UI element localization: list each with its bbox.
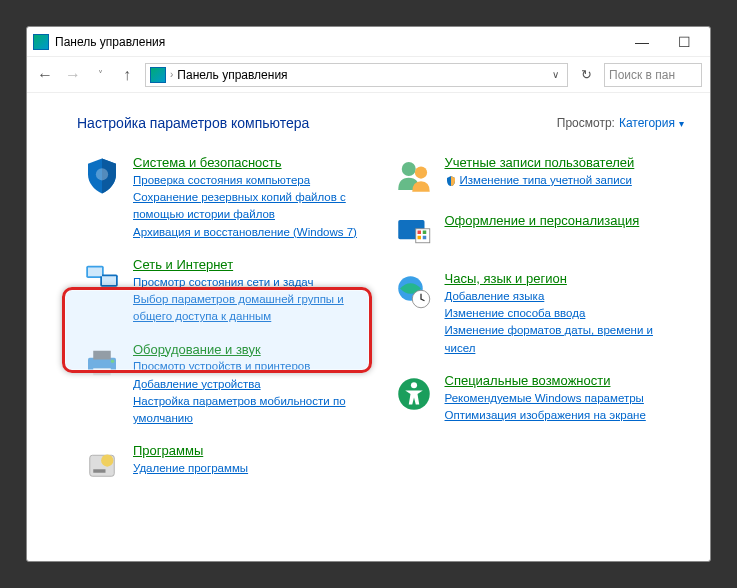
svg-rect-3 — [88, 267, 102, 276]
svg-point-10 — [101, 455, 113, 467]
category-programs: Программы Удаление программы — [77, 437, 373, 495]
category-title[interactable]: Система и безопасность — [133, 155, 282, 170]
category-link[interactable]: Проверка состояния компьютера — [133, 172, 369, 189]
address-dropdown[interactable]: ∨ — [548, 69, 563, 80]
svg-rect-11 — [93, 470, 105, 474]
category-title[interactable]: Программы — [133, 443, 203, 458]
address-text: Панель управления — [177, 68, 544, 82]
titlebar: Панель управления — ☐ — [27, 27, 710, 57]
category-title[interactable]: Оформление и персонализация — [445, 213, 640, 228]
category-link[interactable]: Просмотр устройств и принтеров — [133, 358, 369, 375]
svg-point-8 — [111, 359, 115, 363]
appearance-icon — [393, 213, 435, 255]
category-title[interactable]: Учетные записи пользователей — [445, 155, 635, 170]
category-link[interactable]: Изменение форматов даты, времени и чисел — [445, 322, 681, 357]
content-area: Настройка параметров компьютера Просмотр… — [27, 93, 710, 505]
category-title[interactable]: Часы, язык и регион — [445, 271, 567, 286]
right-column: Учетные записи пользователей Изменение т… — [389, 149, 685, 495]
svg-rect-4 — [102, 276, 116, 285]
view-by-label: Просмотр: — [557, 116, 615, 130]
uac-shield-icon — [445, 175, 457, 187]
category-link[interactable]: Архивация и восстановление (Windows 7) — [133, 224, 369, 241]
view-by-value[interactable]: Категория — [619, 116, 675, 130]
category-title[interactable]: Оборудование и звук — [133, 342, 261, 357]
address-bar[interactable]: › Панель управления ∨ — [145, 63, 568, 87]
category-system-security: Система и безопасность Проверка состояни… — [77, 149, 373, 251]
svg-rect-19 — [422, 236, 426, 240]
svg-rect-6 — [93, 350, 111, 359]
up-button[interactable]: ↑ — [117, 65, 137, 85]
category-user-accounts: Учетные записи пользователей Изменение т… — [389, 149, 685, 207]
control-panel-icon — [33, 34, 49, 50]
category-link[interactable]: Оптимизация изображения на экране — [445, 407, 681, 424]
svg-point-13 — [414, 166, 426, 178]
window-controls: — ☐ — [622, 28, 704, 56]
category-network-internet: Сеть и Интернет Просмотр состояния сети … — [77, 251, 373, 336]
shield-icon — [81, 155, 123, 197]
category-link[interactable]: Сохранение резервных копий файлов с помо… — [133, 189, 369, 224]
svg-point-0 — [96, 168, 108, 180]
page-title: Настройка параметров компьютера — [77, 115, 557, 131]
minimize-button[interactable]: — — [622, 28, 662, 56]
search-placeholder: Поиск в пан — [609, 68, 675, 82]
svg-point-23 — [410, 382, 416, 388]
printer-icon — [81, 342, 123, 384]
svg-point-12 — [401, 162, 415, 176]
back-button[interactable]: ← — [35, 65, 55, 85]
category-link[interactable]: Добавление языка — [445, 288, 681, 305]
category-ease-of-access: Специальные возможности Рекомендуемые Wi… — [389, 367, 685, 434]
search-input[interactable]: Поиск в пан — [604, 63, 702, 87]
category-appearance: Оформление и персонализация — [389, 207, 685, 265]
dropdown-icon[interactable]: ▾ — [679, 118, 684, 129]
category-hardware-sound: Оборудование и звук Просмотр устройств и… — [77, 336, 373, 438]
heading-row: Настройка параметров компьютера Просмотр… — [77, 115, 684, 131]
view-by: Просмотр: Категория ▾ — [557, 116, 684, 130]
svg-rect-18 — [417, 236, 421, 240]
svg-rect-16 — [417, 231, 421, 235]
svg-rect-17 — [422, 231, 426, 235]
category-link[interactable]: Изменение типа учетной записи — [460, 172, 632, 189]
category-link[interactable]: Изменение способа ввода — [445, 305, 681, 322]
forward-button[interactable]: → — [63, 65, 83, 85]
navbar: ← → ˅ ↑ › Панель управления ∨ ↻ Поиск в … — [27, 57, 710, 93]
category-link[interactable]: Рекомендуемые Windows параметры — [445, 390, 681, 407]
category-link[interactable]: Удаление программы — [133, 460, 369, 477]
accessibility-icon — [393, 373, 435, 415]
left-column: Система и безопасность Проверка состояни… — [77, 149, 373, 495]
recent-dropdown[interactable]: ˅ — [91, 66, 109, 84]
category-link[interactable]: Настройка параметров мобильности по умол… — [133, 393, 369, 428]
window: Панель управления — ☐ ← → ˅ ↑ › Панель у… — [26, 26, 711, 562]
maximize-button[interactable]: ☐ — [664, 28, 704, 56]
svg-rect-7 — [93, 368, 111, 375]
clock-globe-icon — [393, 271, 435, 313]
users-icon — [393, 155, 435, 197]
programs-icon — [81, 443, 123, 485]
category-title[interactable]: Специальные возможности — [445, 373, 611, 388]
category-link[interactable]: Выбор параметров домашней группы и общег… — [133, 291, 369, 326]
category-columns: Система и безопасность Проверка состояни… — [77, 149, 684, 495]
category-link[interactable]: Просмотр состояния сети и задач — [133, 274, 369, 291]
network-icon — [81, 257, 123, 299]
address-icon — [150, 67, 166, 83]
category-title[interactable]: Сеть и Интернет — [133, 257, 233, 272]
refresh-button[interactable]: ↻ — [576, 67, 596, 82]
category-link[interactable]: Добавление устройства — [133, 376, 369, 393]
chevron-right-icon: › — [170, 69, 173, 80]
category-clock-language: Часы, язык и регион Добавление языка Изм… — [389, 265, 685, 367]
window-title: Панель управления — [55, 35, 622, 49]
